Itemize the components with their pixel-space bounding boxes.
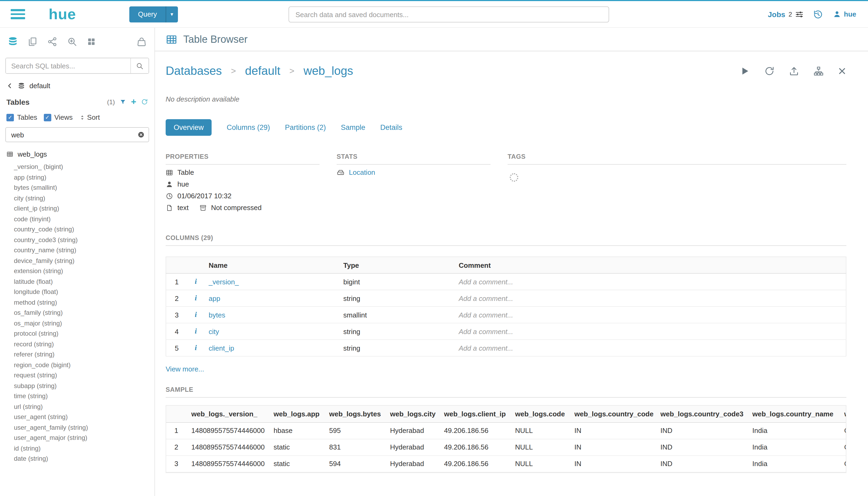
sidebar-column[interactable]: region_code (bigint) xyxy=(14,360,154,370)
hue-logo[interactable]: hue xyxy=(49,5,76,23)
sidebar-column[interactable]: request (string) xyxy=(14,370,154,381)
hamburger-menu-icon[interactable] xyxy=(11,7,25,21)
sql-assist-icon[interactable] xyxy=(7,36,18,47)
column-name-link[interactable]: app xyxy=(209,294,220,302)
column-comment[interactable]: Add a comment... xyxy=(455,290,846,307)
column-name-link[interactable]: _version_ xyxy=(209,278,239,286)
sidebar-column[interactable]: os_major (string) xyxy=(14,318,154,329)
view-more-link[interactable]: View more... xyxy=(165,365,204,373)
page-title: Table Browser xyxy=(183,33,248,45)
sidebar-column[interactable]: time (string) xyxy=(14,391,154,402)
sliders-icon[interactable] xyxy=(795,9,804,19)
query-play-icon[interactable] xyxy=(739,66,750,76)
share-assist-icon[interactable] xyxy=(47,36,58,47)
breadcrumb-web-logs[interactable]: web_logs xyxy=(303,64,353,78)
apps-grid-icon[interactable] xyxy=(86,37,96,46)
entity-type: Table xyxy=(177,168,194,176)
sidebar-column[interactable]: user_agent_family (string) xyxy=(14,422,154,433)
tab-columns[interactable]: Columns (29) xyxy=(227,123,270,131)
sidebar-column[interactable]: country_name (string) xyxy=(14,245,154,256)
owner-name: hue xyxy=(177,180,189,188)
jobs-link[interactable]: Jobs xyxy=(768,10,785,18)
sidebar-column[interactable]: client_ip (string) xyxy=(14,204,154,214)
sidebar-column[interactable]: url (string) xyxy=(14,402,154,412)
table-description[interactable]: No description available xyxy=(165,95,846,103)
sort-toggle[interactable]: Sort xyxy=(79,113,100,121)
info-icon[interactable]: i xyxy=(195,327,197,335)
breadcrumb-databases[interactable]: Databases xyxy=(165,64,222,78)
sidebar-column[interactable]: _version_ (bigint) xyxy=(14,162,154,172)
history-icon[interactable] xyxy=(813,9,824,19)
filter-funnel-icon[interactable] xyxy=(120,98,126,105)
sidebar-column[interactable]: os_family (string) xyxy=(14,308,154,318)
clear-filter-icon[interactable] xyxy=(137,131,145,138)
sidebar-column[interactable]: bytes (smallint) xyxy=(14,183,154,193)
refresh-icon[interactable] xyxy=(764,66,774,76)
location-link[interactable]: Location xyxy=(349,168,375,176)
row-index: 1 xyxy=(166,274,187,290)
tab-overview[interactable]: Overview xyxy=(165,119,212,136)
sidebar-column[interactable]: country_code (string) xyxy=(14,224,154,235)
sidebar-column[interactable]: longitude (float) xyxy=(14,287,154,297)
table-filter-input[interactable] xyxy=(5,127,149,142)
sidebar-column[interactable]: city (string) xyxy=(14,193,154,204)
sidebar-column[interactable]: protocol (string) xyxy=(14,329,154,339)
query-split-button[interactable]: Query ▾ xyxy=(130,6,178,22)
tables-count: (1) xyxy=(107,98,115,106)
zoom-assist-icon[interactable] xyxy=(67,36,78,47)
sidebar-column[interactable]: referer (string) xyxy=(14,350,154,360)
active-database-name[interactable]: default xyxy=(29,82,50,90)
lineage-sitemap-icon[interactable] xyxy=(813,66,824,76)
sidebar-column[interactable]: id (string) xyxy=(14,443,154,454)
sample-header: web_logs.client_ip xyxy=(439,406,510,422)
info-icon[interactable]: i xyxy=(195,344,197,352)
column-name-link[interactable]: bytes xyxy=(209,311,225,319)
info-icon[interactable]: i xyxy=(195,311,197,319)
refresh-tables-icon[interactable] xyxy=(141,98,148,105)
user-menu[interactable]: hue xyxy=(833,10,856,18)
query-caret-button[interactable]: ▾ xyxy=(165,6,178,22)
column-name-link[interactable]: city xyxy=(209,327,219,336)
sidebar-column[interactable]: code (tinyint) xyxy=(14,214,154,224)
views-checkbox[interactable]: ✓ xyxy=(44,113,51,121)
tab-details[interactable]: Details xyxy=(380,123,403,131)
sidebar-column[interactable]: method (string) xyxy=(14,297,154,308)
close-icon[interactable] xyxy=(838,67,846,75)
query-button[interactable]: Query xyxy=(130,6,165,22)
info-icon[interactable]: i xyxy=(195,294,197,302)
column-name-link[interactable]: client_ip xyxy=(209,344,234,352)
sidebar-column[interactable]: extension (string) xyxy=(14,266,154,277)
sidebar-column[interactable]: date (string) xyxy=(14,454,154,464)
sidebar-column[interactable]: record (string) xyxy=(14,339,154,350)
sidebar-search-input[interactable] xyxy=(6,58,130,73)
add-table-icon[interactable]: + xyxy=(131,97,136,106)
column-comment[interactable]: Add a comment... xyxy=(455,340,846,356)
sidebar-column[interactable]: user_agent_major (string) xyxy=(14,433,154,443)
upload-icon[interactable] xyxy=(788,66,799,76)
sample-section-title: SAMPLE xyxy=(165,386,846,398)
documents-assist-icon[interactable] xyxy=(27,36,38,47)
sidebar-table-web-logs[interactable]: web_logs xyxy=(6,150,148,158)
sidebar-column[interactable]: subapp (string) xyxy=(14,381,154,391)
tab-partitions[interactable]: Partitions (2) xyxy=(285,123,326,131)
row-index: 1 xyxy=(166,422,187,439)
columns-table: Name Type Comment 1 i _version_ bigint A… xyxy=(165,257,846,356)
column-comment[interactable]: Add a comment... xyxy=(455,274,846,290)
column-comment[interactable]: Add a comment... xyxy=(455,323,846,340)
global-search-input[interactable] xyxy=(288,6,609,22)
sidebar-column[interactable]: country_code3 (string) xyxy=(14,235,154,245)
info-icon[interactable]: i xyxy=(195,277,197,285)
sidebar-column[interactable]: latitude (float) xyxy=(14,277,154,287)
back-chevron-icon[interactable] xyxy=(6,82,13,89)
sidebar-column[interactable]: device_family (string) xyxy=(14,256,154,266)
tables-checkbox[interactable]: ✓ xyxy=(6,113,14,121)
sidebar-search-button[interactable] xyxy=(130,58,148,73)
bag-icon[interactable] xyxy=(136,36,147,47)
tab-sample[interactable]: Sample xyxy=(341,123,365,131)
column-row: 5 i client_ip string Add a comment... xyxy=(166,340,846,356)
breadcrumb-default[interactable]: default xyxy=(245,64,280,78)
column-comment[interactable]: Add a comment... xyxy=(455,307,846,323)
sample-cell: 831 xyxy=(324,439,385,455)
sidebar-column[interactable]: user_agent (string) xyxy=(14,412,154,422)
sidebar-column[interactable]: app (string) xyxy=(14,172,154,183)
